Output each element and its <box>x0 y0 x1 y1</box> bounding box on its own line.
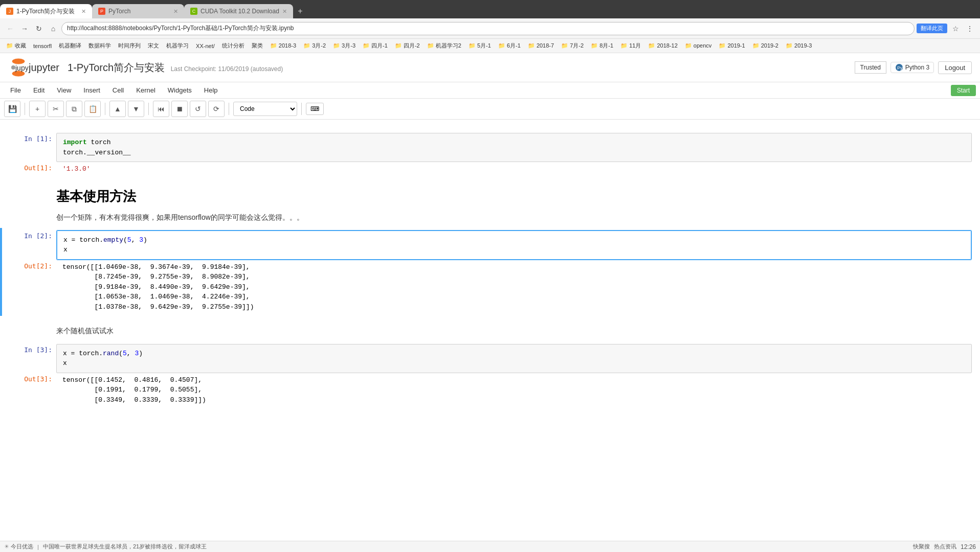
run-to-start-button[interactable]: ⏮ <box>153 101 169 117</box>
copy-cell-button[interactable]: ⧉ <box>66 101 82 117</box>
menu-cell[interactable]: Cell <box>106 83 130 97</box>
nav-bar: ← → ↻ ⌂ http://localhost:8888/notebooks/… <box>0 18 980 39</box>
move-down-button[interactable]: ▼ <box>128 101 144 117</box>
browser-chrome: J 1-PyTorch简介与安装 ✕ P PyTorch ✕ C CUDA To… <box>0 0 980 53</box>
add-cell-button[interactable]: + <box>29 101 46 117</box>
cell-1-input-container[interactable]: import torch torch.__version__ <box>56 133 972 162</box>
bookmark-button[interactable]: ☆ <box>949 22 962 35</box>
menu-view[interactable]: View <box>51 83 77 97</box>
tab-jupyter-close[interactable]: ✕ <box>81 8 86 15</box>
refresh-button2[interactable]: ⟳ <box>208 101 225 117</box>
cell-2-input-area: In [2]: x = torch.empty(5, 3) x <box>10 230 972 260</box>
menu-insert[interactable]: Insert <box>77 83 106 97</box>
cell-3-output-area: Out[3]: tensor([[0.1452, 0.4816, 0.4507]… <box>10 373 972 407</box>
cell-2: In [2]: x = torch.empty(5, 3) x Out[2]: … <box>10 230 972 314</box>
bm-translate: 机器翻译 <box>59 42 81 50</box>
cell-type-select[interactable]: Code Markdown Raw NBConvert <box>233 102 297 116</box>
bookmark-cluster[interactable]: 聚类 <box>250 41 265 51</box>
jupyter-logo-icon: jupyter <box>8 57 29 78</box>
bookmark-datascience[interactable]: 数据科学 <box>86 41 113 51</box>
tab-jupyter-label: 1-PyTorch简介与安装 <box>16 7 75 16</box>
translate-button[interactable]: 翻译此页 <box>917 24 947 33</box>
menu-edit[interactable]: Edit <box>27 83 51 97</box>
menu-kernel[interactable]: Kernel <box>130 83 162 97</box>
paste-cell-button[interactable]: 📋 <box>84 101 101 117</box>
save-button[interactable]: 💾 <box>4 101 20 117</box>
bookmark-aug1[interactable]: 📁 8月-1 <box>589 41 615 51</box>
bookmark-ml2[interactable]: 📁 机器学习2 <box>425 41 463 51</box>
restart-kernel-button[interactable]: ↺ <box>190 101 206 117</box>
bookmark-ml[interactable]: 机器学习 <box>164 41 191 51</box>
bookmark-2019-2[interactable]: 📁 2019-2 <box>750 41 781 50</box>
bookmark-march2[interactable]: 📁 3月-2 <box>301 41 328 51</box>
cut-cell-button[interactable]: ✂ <box>48 101 64 117</box>
home-button[interactable]: ⌂ <box>47 22 59 35</box>
tab-cuda[interactable]: C CUDA Toolkit 10.2 Download ✕ <box>184 4 293 18</box>
trusted-button[interactable]: Trusted <box>855 61 886 74</box>
cell-1-area: In [1]: import torch torch.__version__ O… <box>2 131 980 178</box>
bookmark-nov[interactable]: 📁 11月 <box>618 41 643 51</box>
tab-jupyter[interactable]: J 1-PyTorch简介与安装 ✕ <box>0 4 92 18</box>
bm-tensorfl: tensorfl <box>33 43 52 49</box>
menu-file[interactable]: File <box>4 83 27 97</box>
address-bar[interactable]: http://localhost:8888/notebooks/PyTorch/… <box>61 22 915 35</box>
bookmark-april1[interactable]: 📁 四月-1 <box>361 41 390 51</box>
cell-1-input[interactable]: import torch torch.__version__ <box>56 133 972 162</box>
refresh-button[interactable]: ↻ <box>33 22 45 35</box>
tab-pytorch[interactable]: P PyTorch ✕ <box>92 4 184 18</box>
bookmark-july2[interactable]: 📁 7月-2 <box>559 41 586 51</box>
bm-april1: 📁 四月-1 <box>363 42 388 50</box>
tab-bar: J 1-PyTorch简介与安装 ✕ P PyTorch ✕ C CUDA To… <box>0 0 980 18</box>
markdown-section-2: 来个随机值试试水 <box>0 317 980 340</box>
bookmarks-bar: 📁 收藏 tensorfl 机器翻译 数据科学 时间序列 宋文 机器学习 XX-… <box>0 39 980 53</box>
num-3b: 3 <box>135 350 139 357</box>
bookmark-favorites[interactable]: 📁 收藏 <box>4 41 28 51</box>
bookmark-tensorfl[interactable]: tensorfl <box>31 42 54 50</box>
bookmark-xxnet[interactable]: XX-net/ <box>194 42 217 50</box>
nav-right-buttons: 翻译此页 ☆ ⋮ <box>917 22 976 35</box>
bm-stats: 统计分析 <box>222 42 244 50</box>
move-up-button[interactable]: ▲ <box>109 101 126 117</box>
tab-cuda-label: CUDA Toolkit 10.2 Download <box>201 8 279 15</box>
cell-3-out-prompt: Out[3]: <box>10 373 56 385</box>
menu-help[interactable]: Help <box>198 83 224 97</box>
output-str: '1.3.0' <box>62 165 91 173</box>
bookmark-opencv[interactable]: 📁 opencv <box>683 41 714 50</box>
stop-button[interactable]: ⏹ <box>171 101 188 117</box>
kw-import: import <box>63 139 87 146</box>
bookmark-2019-1[interactable]: 📁 2019-1 <box>717 41 747 50</box>
bookmark-april2[interactable]: 📁 四月-2 <box>393 41 422 51</box>
bookmark-songwen[interactable]: 宋文 <box>146 41 161 51</box>
bookmark-2018-7[interactable]: 📁 2018-7 <box>526 41 556 50</box>
cell-2-input[interactable]: x = torch.empty(5, 3) x <box>57 231 971 260</box>
cell-3-input-container[interactable]: x = torch.rand(5, 3) x <box>56 344 972 373</box>
cell-3-input[interactable]: x = torch.rand(5, 3) x <box>56 344 972 373</box>
bookmark-march3[interactable]: 📁 3月-3 <box>331 41 358 51</box>
bookmark-translate[interactable]: 机器翻译 <box>57 41 83 51</box>
tab-cuda-close[interactable]: ✕ <box>282 8 287 15</box>
cell-1-in-prompt: In [1]: <box>10 133 56 145</box>
start-button[interactable]: Start <box>951 85 976 96</box>
bookmark-2018-12[interactable]: 📁 2018-12 <box>646 41 679 50</box>
bookmark-stats[interactable]: 统计分析 <box>220 41 247 51</box>
tab-pytorch-close[interactable]: ✕ <box>173 8 178 15</box>
new-tab-button[interactable]: + <box>293 4 307 18</box>
back-button[interactable]: ← <box>4 22 16 35</box>
menu-widgets[interactable]: Widgets <box>162 83 198 97</box>
logout-button[interactable]: Logout <box>938 61 972 74</box>
cell-2-in-prompt: In [2]: <box>10 230 56 242</box>
bookmark-june1[interactable]: 📁 6月-1 <box>496 41 523 51</box>
notebook-title[interactable]: 1-PyTorch简介与安装 <box>68 62 165 73</box>
cell-2-input-container[interactable]: x = torch.empty(5, 3) x <box>56 230 972 260</box>
keyboard-button[interactable]: ⌨ <box>306 103 324 115</box>
bookmark-may1[interactable]: 📁 5月-1 <box>466 41 493 51</box>
bookmark-timeseries[interactable]: 时间序列 <box>116 41 143 51</box>
cell-1-output-area: Out[1]: '1.3.0' <box>10 162 972 176</box>
pytorch-favicon: P <box>98 8 105 15</box>
forward-button[interactable]: → <box>18 22 31 35</box>
bm-march2: 📁 3月-2 <box>303 42 326 50</box>
bookmark-2019-3[interactable]: 📁 2019-3 <box>784 41 814 50</box>
bookmark-2018-3[interactable]: 📁 2018-3 <box>268 41 298 50</box>
bm-may1: 📁 5月-1 <box>469 42 491 50</box>
settings-button[interactable]: ⋮ <box>964 22 976 35</box>
